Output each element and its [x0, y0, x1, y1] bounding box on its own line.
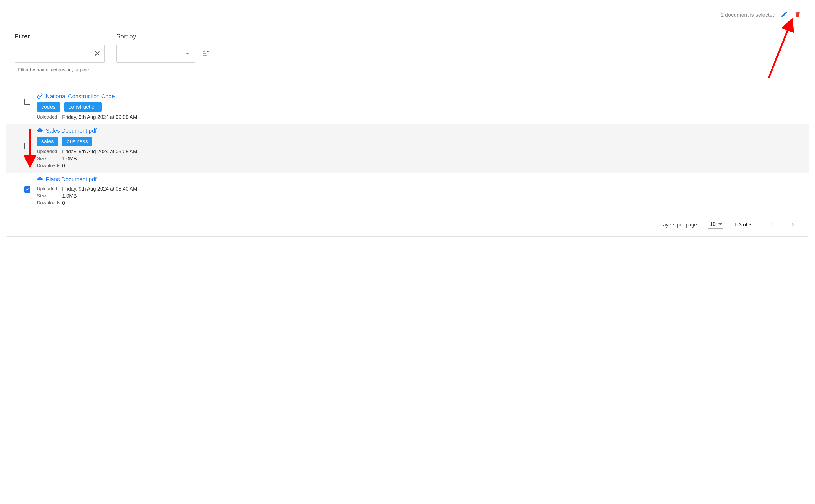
- filter-helper-text: Filter by name, extension, tag etc: [18, 67, 105, 73]
- tag[interactable]: construction: [64, 102, 102, 112]
- meta-value-size: 1.0MB: [62, 156, 77, 162]
- per-page-select[interactable]: 10: [708, 221, 723, 229]
- meta-label-size: Size: [37, 156, 62, 162]
- meta-value-downloads: 0: [62, 200, 65, 206]
- sort-label: Sort by: [116, 33, 211, 40]
- chevron-right-icon: [791, 223, 795, 228]
- meta-value-uploaded: Friday, 9th Aug 2024 at 09:05 AM: [62, 149, 137, 155]
- selection-count: 1 document is selected: [721, 12, 775, 18]
- selection-bar: 1 document is selected: [6, 6, 809, 24]
- meta-label-downloads: Downloads: [37, 200, 62, 206]
- sort-direction-button[interactable]: [201, 48, 211, 59]
- document-link[interactable]: Sales Document.pdf: [46, 128, 97, 134]
- tag[interactable]: sales: [37, 137, 58, 146]
- close-icon: ✕: [94, 49, 101, 58]
- document-list: National Construction Code codes constru…: [6, 76, 809, 216]
- row-checkbox[interactable]: [24, 143, 30, 149]
- filter-clear-button[interactable]: ✕: [91, 48, 103, 59]
- meta-value-downloads: 0: [62, 163, 65, 169]
- chevron-down-icon: [718, 223, 722, 225]
- check-icon: [25, 187, 30, 192]
- toolbar-controls: Filter ✕ Filter by name, extension, tag …: [6, 24, 809, 76]
- cloud-upload-icon: [37, 127, 43, 135]
- edit-button[interactable]: [779, 10, 789, 20]
- tag[interactable]: codes: [37, 102, 60, 112]
- pager: Layers per page 10 1-3 of 3: [6, 216, 809, 236]
- trash-icon: [794, 11, 801, 19]
- row-checkbox[interactable]: [24, 99, 30, 105]
- meta-label-uploaded: Uploaded: [37, 114, 62, 120]
- document-link[interactable]: Plans Document.pdf: [46, 176, 97, 183]
- chevron-left-icon: [770, 223, 775, 228]
- sort-select[interactable]: [116, 45, 195, 63]
- link-icon: [37, 93, 43, 100]
- meta-label-uploaded: Uploaded: [37, 149, 62, 155]
- chevron-down-icon: [186, 53, 189, 55]
- list-item: Plans Document.pdf Uploaded Friday, 9th …: [6, 173, 809, 210]
- meta-label-size: Size: [37, 193, 62, 199]
- pencil-icon: [781, 11, 788, 19]
- per-page-value: 10: [710, 221, 716, 227]
- meta-label-downloads: Downloads: [37, 163, 62, 169]
- pager-range: 1-3 of 3: [734, 222, 757, 228]
- document-link[interactable]: National Construction Code: [46, 93, 115, 100]
- cloud-upload-icon: [37, 176, 43, 183]
- row-checkbox[interactable]: [24, 186, 30, 193]
- meta-label-uploaded: Uploaded: [37, 186, 62, 192]
- pager-prev-button[interactable]: [768, 221, 777, 229]
- pager-next-button[interactable]: [788, 221, 797, 229]
- list-item: Sales Document.pdf sales business Upload…: [6, 124, 809, 173]
- meta-value-uploaded: Friday, 9th Aug 2024 at 08:40 AM: [62, 186, 137, 192]
- sort-ascending-icon: [202, 49, 210, 58]
- delete-button[interactable]: [793, 10, 803, 20]
- filter-label: Filter: [15, 33, 105, 40]
- pager-label: Layers per page: [660, 222, 697, 228]
- tag[interactable]: business: [62, 137, 92, 146]
- meta-value-size: 1.0MB: [62, 193, 77, 199]
- meta-value-uploaded: Friday, 9th Aug 2024 at 09:06 AM: [62, 114, 137, 120]
- list-item: National Construction Code codes constru…: [6, 90, 809, 124]
